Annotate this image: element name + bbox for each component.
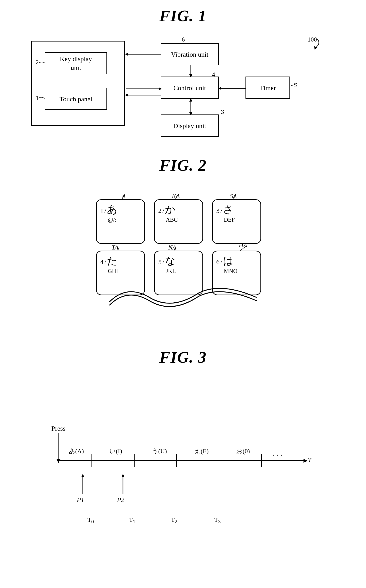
p2-arrow (120, 474, 126, 496)
fig3-continuation-dots: · · · (272, 451, 282, 460)
fig3-diagram: T Press あ(A) い(I) う(U) え(E) お(0) · · · P… (38, 371, 328, 572)
fig3-press-label: Press (51, 425, 65, 432)
svg-marker-8 (189, 112, 192, 115)
key-3-kana: さ (223, 203, 233, 217)
key-4-latin: GHI (108, 268, 118, 274)
key-6-latin: MNO (224, 268, 237, 274)
key-6-num: 6 (216, 258, 220, 266)
fig1-title: FIG. 1 (0, 7, 366, 25)
arrow-vibration-to-device (125, 51, 162, 58)
display-unit-box: Display unit (161, 114, 219, 137)
arrow-vibration-to-control (187, 65, 194, 77)
key-3-num: 3 (216, 207, 220, 214)
seg-label-u: う(U) (152, 447, 167, 455)
key-1-latin: @/: (108, 217, 116, 223)
fig3-x-axis-arrow (304, 459, 307, 463)
key-1-label-arrow (121, 195, 127, 200)
seg-label-a: あ(A) (69, 447, 84, 455)
key-4-label-arrow (116, 247, 123, 251)
arrow-touchpanel-to-control (125, 85, 162, 92)
seg-label-i: い(I) (109, 447, 122, 455)
seg-label-o: お(0) (236, 447, 250, 455)
svg-marker-21 (81, 474, 84, 477)
key-2-latin: ABC (166, 217, 178, 223)
t0-label: T0 (87, 516, 94, 525)
fig3-title: FIG. 3 (0, 348, 366, 367)
wave-illustration (105, 284, 261, 311)
svg-marker-23 (122, 474, 124, 477)
key-3-label-arrow (232, 195, 238, 200)
timer-box: Timer (245, 76, 290, 99)
seg-label-e: え(E) (194, 447, 209, 455)
ref-6-label: 6 (182, 36, 185, 43)
key-1-kana: あ (107, 203, 117, 217)
svg-line-16 (233, 195, 235, 199)
key-4-kana: た (107, 254, 117, 268)
svg-line-19 (240, 246, 247, 251)
key-2-ka[interactable]: 2 / か ABC (154, 199, 203, 244)
arrow-control-display (187, 98, 194, 115)
tick-1 (134, 454, 135, 467)
t2-label: T2 (171, 516, 177, 525)
svg-marker-2 (125, 53, 128, 56)
control-unit-box: Control unit (161, 76, 219, 99)
ref-100-arrow (304, 36, 326, 50)
tick-4 (261, 454, 262, 467)
tick-0 (92, 454, 92, 467)
fig2-section: FIG. 2 1 / あ @/: A 2 / か ABC KA (0, 156, 366, 315)
key-2-label-arrow (174, 195, 180, 200)
arrow-control-to-touchpanel (125, 92, 162, 98)
ref-3-label: 3 (221, 108, 224, 115)
svg-marker-13 (189, 74, 192, 77)
tick-3 (219, 454, 219, 467)
key-2-kana: か (165, 203, 175, 217)
svg-line-17 (118, 247, 119, 251)
key-6-kana: は (223, 254, 233, 268)
key-display-box: Key display unit (45, 52, 107, 74)
fig2-title: FIG. 2 (0, 156, 366, 175)
svg-line-15 (175, 195, 177, 199)
fig2-diagram: 1 / あ @/: A 2 / か ABC KA (83, 181, 283, 315)
svg-marker-11 (218, 87, 221, 90)
t1-label: T1 (129, 516, 136, 525)
ref-5-arrow (291, 83, 298, 88)
arrow-timer-to-control (218, 85, 247, 92)
key-6-label-arrow (238, 246, 249, 251)
t3-label: T3 (214, 516, 221, 525)
key-1-num: 1 (100, 207, 104, 214)
svg-marker-9 (189, 98, 192, 102)
svg-marker-6 (125, 93, 128, 97)
key-3-latin: DEF (224, 217, 235, 223)
fig3-press-arrow (59, 433, 59, 460)
fig3-section: FIG. 3 T Press あ(A) い(I) う(U) え(E) お(0) … (0, 348, 366, 572)
key-5-kana: な (165, 254, 175, 268)
key-1-a[interactable]: 1 / あ @/: (96, 199, 145, 244)
fig3-x-axis (60, 460, 306, 461)
key-5-num: 5 (158, 258, 161, 266)
touch-panel-box: Touch panel (45, 88, 107, 110)
vibration-unit-box: Vibration unit (161, 43, 219, 65)
key-5-label-arrow (173, 247, 179, 251)
p1-arrow (79, 474, 86, 496)
key-2-num: 2 (158, 207, 161, 214)
key-5-latin: JKL (166, 268, 176, 274)
fig3-t-axis-label: T (308, 456, 312, 463)
p2-label: P2 (117, 496, 124, 504)
fig1-section: FIG. 1 100 2 Key display unit 1 Touch pa… (0, 7, 366, 155)
tick-2 (176, 454, 177, 467)
fig3-press-arrowhead (56, 459, 61, 463)
svg-marker-4 (159, 87, 162, 90)
key-3-sa[interactable]: 3 / さ DEF (212, 199, 261, 244)
svg-line-14 (122, 195, 124, 199)
p1-label: P1 (77, 496, 84, 504)
svg-line-18 (174, 247, 175, 251)
fig1-diagram: 100 2 Key display unit 1 Touch panel 6 (27, 30, 339, 155)
key-4-num: 4 (100, 258, 104, 266)
